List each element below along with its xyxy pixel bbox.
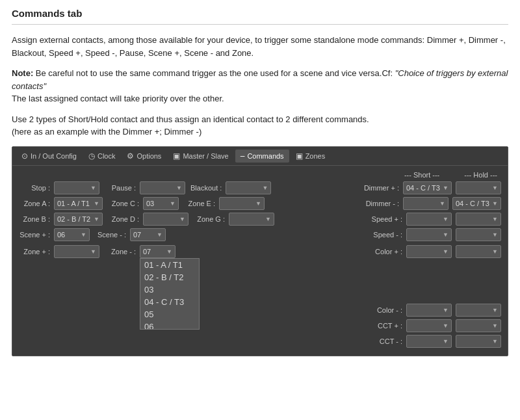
speedp-label: Speed + :	[371, 215, 405, 223]
ui-panel: ⊙ In / Out Config ◷ Clock ⚙ Options ▣ Ma…	[12, 146, 508, 356]
blackout-dropdown[interactable]: ▼	[226, 181, 271, 194]
zonem-item-0[interactable]: 01 - A / T1	[140, 259, 199, 271]
zoned-dropdown[interactable]: ▼	[143, 213, 188, 226]
zonea-dropdown[interactable]: 01 - A / T1 ▼	[54, 197, 103, 210]
scenep-dropdown[interactable]: 06 ▼	[54, 228, 90, 241]
options-icon: ⚙	[127, 151, 134, 161]
cctp-short-arrow: ▼	[443, 322, 448, 329]
row-cctm: CCT - : ▼ ▼	[19, 335, 501, 348]
zonea-value: 01 - A / T1	[57, 200, 90, 207]
colorm-short-arrow: ▼	[443, 307, 448, 313]
zonem-item-2[interactable]: 03	[140, 283, 199, 296]
cctm-hold-dropdown[interactable]: ▼	[456, 335, 501, 348]
zoneg-dropdown[interactable]: ▼	[229, 213, 274, 226]
scenep-label: Scene + :	[19, 231, 53, 239]
dimmerm-hold-dropdown[interactable]: 04 - C / T3 ▼	[452, 197, 501, 210]
colorm-short-dropdown[interactable]: ▼	[406, 304, 452, 317]
speedp-short-arrow: ▼	[443, 216, 448, 222]
hold-header: --- Hold ---	[464, 171, 497, 179]
colorm-hold-arrow: ▼	[492, 307, 498, 313]
zonem-arrow: ▼	[166, 248, 172, 255]
speedm-short-dropdown[interactable]: ▼	[406, 228, 452, 241]
zonem-label: Zone - :	[105, 248, 138, 256]
speedm-short-arrow: ▼	[443, 231, 448, 238]
zonem-dropdown-container: 07 ▼ 01 - A / T1 02 - B / T2 03 04 - C /…	[140, 245, 176, 258]
pause-arrow: ▼	[176, 185, 182, 191]
tab-options[interactable]: ⚙ Options	[122, 150, 166, 163]
dimmerp-short-value: 04 - C / T3	[406, 184, 440, 192]
tab-master-slave[interactable]: ▣ Master / Slave	[168, 150, 233, 163]
row-colorm: Color - : ▼ ▼	[19, 304, 501, 317]
tab-zones[interactable]: ▣ Zones	[291, 150, 331, 163]
tab-zones-label: Zones	[306, 152, 326, 160]
tab-commands[interactable]: – Commands	[235, 150, 289, 163]
zonem-item-5[interactable]: 06	[140, 321, 199, 329]
zonem-value: 07	[143, 248, 151, 256]
colorp-hold-dropdown[interactable]: ▼	[456, 245, 501, 258]
use-text: Use 2 types of Short/Hold contact and th…	[12, 114, 369, 137]
row-scenep-speedm: Scene + : 06 ▼ Scene - : 07 ▼ Speed - :	[19, 228, 501, 241]
tab-options-label: Options	[136, 152, 161, 160]
cctp-short-dropdown[interactable]: ▼	[406, 319, 452, 332]
cctm-short-dropdown[interactable]: ▼	[406, 335, 452, 348]
zonec-value: 03	[146, 200, 154, 207]
zonem-list-scroll[interactable]: 01 - A / T1 02 - B / T2 03 04 - C / T3 0…	[140, 259, 199, 329]
zoneg-arrow: ▼	[265, 216, 271, 222]
pause-dropdown[interactable]: ▼	[140, 181, 185, 194]
row-stop-dimmerp: Stop : ▼ Pause : ▼ Blackout : ▼	[19, 181, 501, 194]
use-paragraph: Use 2 types of Short/Hold contact and th…	[12, 113, 508, 138]
blackout-label: Blackout :	[190, 184, 224, 192]
zonea-label: Zone A :	[19, 200, 53, 207]
intro-paragraph: Assign external contacts, among those av…	[12, 34, 508, 59]
note-paragraph: Note: Be careful not to use the same com…	[12, 67, 508, 105]
clock-icon: ◷	[88, 151, 95, 161]
colorp-short-dropdown[interactable]: ▼	[406, 245, 452, 258]
scenep-arrow: ▼	[81, 231, 86, 238]
stop-arrow: ▼	[90, 185, 96, 191]
row-zonep-colorp: Zone + : ▼ Zone - : 07 ▼	[19, 244, 501, 258]
zonep-label: Zone + :	[19, 248, 53, 256]
speedp-hold-dropdown[interactable]: ▼	[456, 213, 501, 226]
zoneg-label: Zone G :	[194, 215, 228, 223]
speedp-hold-arrow: ▼	[492, 216, 498, 222]
tab-clock-label: Clock	[98, 152, 116, 160]
zoned-label: Zone D :	[108, 215, 142, 223]
zonep-dropdown[interactable]: ▼	[54, 245, 99, 258]
dimmerm-short-dropdown[interactable]: ▼	[403, 197, 448, 210]
zonec-dropdown[interactable]: 03 ▼	[143, 197, 179, 210]
stop-dropdown[interactable]: ▼	[54, 181, 99, 194]
note-end: The last assigned contact will take prio…	[12, 94, 224, 103]
tabs-row: ⊙ In / Out Config ◷ Clock ⚙ Options ▣ Ma…	[12, 147, 508, 166]
speedp-short-dropdown[interactable]: ▼	[406, 213, 452, 226]
zonee-dropdown[interactable]: ▼	[219, 197, 265, 210]
tab-in-out-label: In / Out Config	[31, 152, 77, 160]
zonem-item-1[interactable]: 02 - B / T2	[140, 271, 199, 283]
dimmerp-hold-dropdown[interactable]: ▼	[456, 181, 501, 194]
colorm-hold-dropdown[interactable]: ▼	[456, 304, 501, 317]
dimmerp-label: Dimmer + :	[364, 184, 402, 192]
tab-master-slave-label: Master / Slave	[183, 152, 228, 160]
colorp-hold-arrow: ▼	[492, 248, 498, 255]
zoneb-label: Zone B :	[19, 215, 53, 223]
dimmerm-hold-arrow: ▼	[492, 200, 498, 207]
zones-icon: ▣	[296, 151, 303, 161]
note-label: Note:	[12, 68, 33, 78]
zonem-item-3[interactable]: 04 - C / T3	[140, 296, 199, 308]
cctp-hold-dropdown[interactable]: ▼	[456, 319, 501, 332]
cctp-label: CCT + :	[371, 322, 405, 330]
tab-in-out-config[interactable]: ⊙ In / Out Config	[16, 150, 82, 163]
scenem-dropdown[interactable]: 07 ▼	[130, 228, 166, 241]
dimmerp-short-dropdown[interactable]: 04 - C / T3 ▼	[403, 181, 452, 194]
dimmerm-hold-value: 04 - C / T3	[456, 200, 489, 207]
zonem-item-4[interactable]: 05	[140, 308, 199, 321]
tab-commands-label: Commands	[247, 152, 283, 160]
tab-clock[interactable]: ◷ Clock	[83, 150, 121, 163]
speedm-hold-dropdown[interactable]: ▼	[456, 228, 501, 241]
scenem-arrow: ▼	[157, 231, 162, 238]
zonem-dropdown[interactable]: 07 ▼	[140, 245, 176, 258]
scenem-label: Scene - :	[95, 231, 129, 239]
cctm-hold-arrow: ▼	[492, 338, 498, 345]
cctm-short-arrow: ▼	[443, 338, 448, 345]
zoneb-dropdown[interactable]: 02 - B / T2 ▼	[54, 213, 103, 226]
commands-icon: –	[240, 151, 245, 161]
